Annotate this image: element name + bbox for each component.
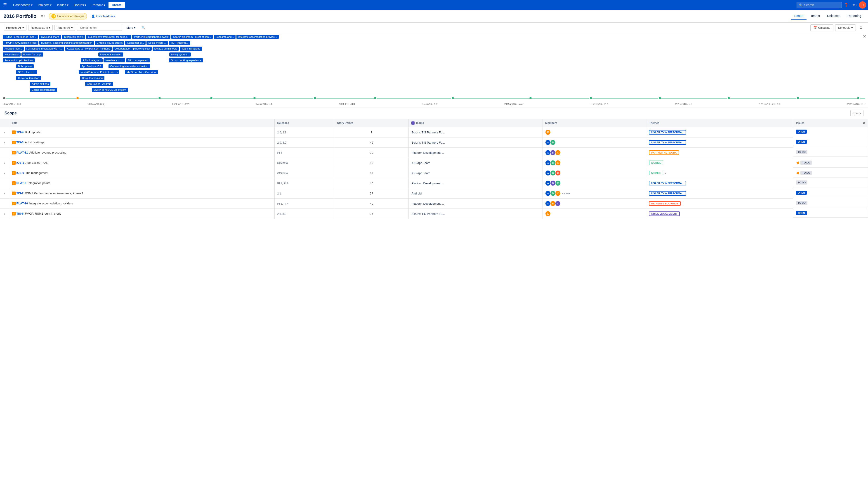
member-avatar[interactable]: C [555,150,561,155]
expand-arrow-icon[interactable]: › [4,172,5,175]
calculate-button[interactable]: 📅 Calculate [810,24,833,31]
issue-key[interactable]: PLAT-11 [17,151,28,154]
epic-chip[interactable]: Switch to noSQL DB system [92,88,128,92]
epic-chip[interactable]: Invite and share [39,35,61,39]
milestone-dot[interactable] [727,97,730,100]
epic-chip[interactable]: RSM2 Integra... [81,58,103,62]
hamburger-menu-icon[interactable]: ☰ [2,1,8,9]
col-title[interactable]: Title [9,119,274,127]
epic-chip[interactable]: Adapt apps to new payment methods [65,47,112,51]
status-badge[interactable]: OPEN [796,140,807,144]
col-settings-icon[interactable]: ⚙ [863,121,865,125]
more-filter-button[interactable]: More ▾ [124,25,138,31]
contains-text-input[interactable] [77,25,122,31]
issue-key[interactable]: PLAT-9 [17,181,26,185]
expand-cell[interactable]: › [0,127,9,138]
epic-chip[interactable]: Basic trip booking [80,76,104,80]
expand-cell[interactable]: › [0,138,9,148]
milestone-dot[interactable] [658,97,661,100]
issue-key[interactable]: TIS-3 [17,141,24,144]
theme-badge[interactable]: PARTNER NETWORK [649,150,679,155]
theme-badge[interactable]: INCREASE BOOKINGS [649,201,681,206]
help-button[interactable]: ❓ [843,1,850,8]
status-badge[interactable]: TO DO [796,180,807,185]
milestone-dot[interactable] [857,97,860,100]
epic-chip[interactable]: Affeliate reve... [3,47,24,51]
theme-dropdown-arrow[interactable]: ▾ [664,172,666,174]
status-badge[interactable]: TO DO [796,150,807,154]
epic-chip[interactable]: Team invitations [180,47,202,51]
member-avatar[interactable]: B [550,170,556,176]
give-feedback-button[interactable]: 👤 Give feedback [90,13,117,19]
tab-reporting[interactable]: Reporting [844,12,864,20]
member-avatar[interactable]: A [545,160,551,165]
col-issues[interactable]: Issues ⚙ [793,119,868,127]
epic-chip[interactable]: MVP Integrati... [169,41,190,45]
expand-cell[interactable]: › [0,188,9,199]
col-releases[interactable]: Releases [274,119,334,127]
nav-projects[interactable]: Projects ▾ [36,2,54,8]
expand-arrow-icon[interactable]: › [4,212,5,215]
epic-chip[interactable]: RSM2 Perrformance impr... [3,35,38,39]
epic-chip[interactable]: Full-fledged integration with n... [25,47,64,51]
epic-chip[interactable]: Integrate accomodation provide... [237,35,279,39]
nav-boards[interactable]: Boards ▾ [72,2,88,8]
theme-badge[interactable]: USABILITY & PERFORMA... [649,181,686,185]
status-badge[interactable]: OPEN [796,211,807,215]
releases-filter[interactable]: Releases: All ▾ [28,25,53,31]
issue-key[interactable]: TIS-6 [17,212,24,215]
expand-arrow-icon[interactable]: › [4,192,5,195]
epic-chip[interactable]: Trip management [126,58,150,62]
member-avatar[interactable]: A [545,191,551,196]
milestone-dot[interactable] [313,97,316,100]
expand-cell[interactable] [0,148,9,158]
column-settings-icon[interactable]: ⚙ [858,24,864,31]
epic-chip[interactable]: Research and... [214,35,236,39]
epic-chip[interactable]: My Group Trips Overview [125,70,158,74]
theme-badge[interactable]: USABILITY & PERFORMA... [649,130,686,134]
epic-chip[interactable]: Cache optimizations [30,88,57,92]
expand-cell[interactable]: › [0,158,9,168]
epic-chip[interactable]: App Basics - iOS [80,64,103,68]
projects-filter[interactable]: Projects: All ▾ [4,25,26,31]
issue-key[interactable]: TIS-2 [17,191,24,195]
member-avatar[interactable]: B [550,180,556,186]
epic-chip[interactable]: New launch p... [103,58,125,62]
epic-chip[interactable]: Search algorithm - proof of con... [171,35,213,39]
member-avatar[interactable]: A [545,180,551,186]
create-button[interactable]: Create [108,2,125,8]
epic-chip[interactable]: FMCP: RSM2 login in creds [3,41,38,45]
tab-scope[interactable]: Scope [791,12,807,20]
member-avatar[interactable]: B [550,150,556,155]
tab-teams[interactable]: Teams [807,12,823,20]
theme-badge[interactable]: USABILITY & PERFORMA... [649,191,686,195]
milestone-dot[interactable] [374,97,377,100]
status-badge[interactable]: TO DO [800,160,812,164]
epic-chip[interactable]: Integration points [62,35,85,39]
milestone-dot[interactable] [76,97,79,100]
col-themes[interactable]: Themes [646,119,793,127]
nav-dashboards[interactable]: Dashboards ▾ [11,2,35,8]
status-badge[interactable]: OPEN [796,129,807,134]
epic-chip[interactable]: Collaborative Trip booking flow [113,47,152,51]
epic-chip[interactable]: Chrome issues bucket [95,41,124,45]
member-avatar[interactable]: B [550,191,556,196]
issue-key[interactable]: PLAT-10 [17,202,28,205]
issue-key[interactable]: IOS-9 [17,171,24,175]
status-badge[interactable]: OPEN [796,191,807,195]
settings-button[interactable]: ⚙ ▾ [851,1,858,8]
member-avatar[interactable]: C [555,191,561,196]
milestone-dot[interactable] [158,97,161,100]
epic-chip[interactable]: Group booking experience [169,58,203,62]
expand-arrow-icon[interactable]: › [4,161,5,164]
expand-arrow-icon[interactable]: › [4,141,5,144]
theme-badge[interactable]: USABILITY & PERFORMA... [649,140,686,145]
issue-key[interactable]: TIS-4 [17,130,24,134]
status-badge[interactable]: TO DO [796,201,807,205]
member-avatar[interactable]: A [545,170,551,176]
epic-chip[interactable]: localize admin tools [153,47,179,51]
status-badge[interactable]: TO DO [800,171,812,175]
milestone-dot[interactable] [529,97,532,100]
epic-chip[interactable]: App Basics - Android [85,82,113,86]
epic-chip[interactable]: Onboarding interactive animation [108,64,150,68]
